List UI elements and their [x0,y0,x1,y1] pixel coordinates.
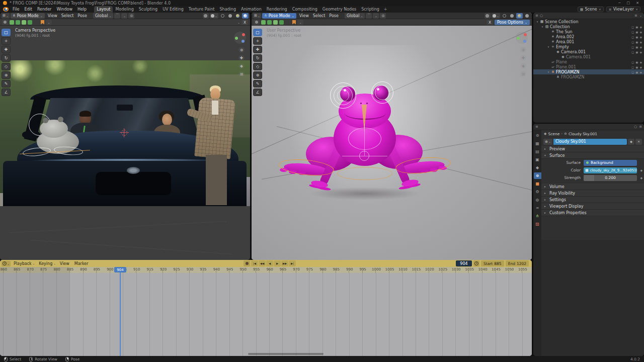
hide-in-viewport-eye-icon[interactable]: ◉ [635,25,638,29]
settings-panel-header[interactable]: ▸ Settings [541,197,644,203]
search-icon[interactable]: ○ [634,125,637,129]
show-overlays-toggle[interactable]: ⌄ [492,13,500,19]
auto-keyframe-toggle[interactable] [244,260,250,266]
transform-orientation-dropdown[interactable]: Global⌄ [345,13,365,19]
pose-menu[interactable]: Pose [327,14,341,18]
keying-set-icon[interactable] [41,20,44,25]
expand-caret-icon[interactable]: ▾ [546,45,550,48]
tab-sculpting[interactable]: Sculpting [136,6,160,13]
tab-texture[interactable]: ▨ [534,221,541,227]
jump-to-prev-keyframe-button[interactable]: ◀◀ [259,260,266,266]
tab-geometry-nodes[interactable]: Geometry Nodes [320,6,359,13]
tool-transform[interactable]: ⊕ [2,71,11,79]
expand-caret-icon[interactable]: ▾ [540,25,544,28]
add-workspace-button[interactable]: + [382,6,389,13]
play-button[interactable]: ▶ [274,260,281,266]
tool-cursor[interactable]: + [253,37,262,45]
keying-option-icon[interactable] [16,20,20,25]
hide-in-viewport-eye-icon[interactable]: ◉ [635,45,638,49]
camera-view-icon[interactable]: ◈ [238,63,245,69]
tool-measure[interactable]: ∠ [2,88,11,96]
jump-to-end-button[interactable]: ▶| [289,260,296,266]
edit-menu[interactable]: Edit [22,6,35,13]
tab-scene[interactable]: ◆ [534,164,541,171]
viewport-canvas-camera[interactable]: Camera Perspective (904) fg.001 : root □… [0,26,250,260]
jump-to-next-keyframe-button[interactable]: ▶▶ [281,260,288,266]
proportional-editing-toggle[interactable]: ◎ [128,13,134,19]
jump-to-start-button[interactable]: |◀ [251,260,258,266]
tab-shading[interactable]: Shading [217,6,238,13]
fake-user-button[interactable]: ◆ [628,139,634,145]
proportional-editing-toggle[interactable]: ◎ [380,13,386,19]
viewport-display-panel-header[interactable]: ▸ Viewport Display [541,203,644,210]
disable-in-render-camera-icon[interactable]: ◈ [639,25,642,29]
animate-decorator-icon[interactable]: ◆ [640,168,642,172]
expand-caret-icon[interactable]: ▾ [535,20,539,23]
checkbox-icon[interactable]: ◻ [631,40,634,44]
tool-annotate[interactable]: ✎ [2,80,11,87]
playback-menu[interactable]: Playback⌄ [12,261,37,266]
tab-object-data[interactable]: ⋔ [534,213,541,219]
checkbox-icon[interactable]: ◻ [631,65,634,69]
view-layer-selector[interactable]: ≡ ViewLayer ✕ [606,7,640,12]
surface-panel-header[interactable]: ▾ Surface [541,152,644,159]
camera-view-icon[interactable]: ◈ [520,63,526,69]
keying-option-icon[interactable] [261,20,266,25]
tab-texture-paint[interactable]: Texture Paint [186,6,217,13]
use-preview-range-toggle[interactable] [473,260,479,266]
tool-scale[interactable]: ◇ [253,63,262,70]
tool-transform[interactable]: ⊕ [253,71,262,79]
select-menu[interactable]: Select [59,14,76,18]
strength-slider[interactable]: 0.200 [584,175,637,181]
breadcrumb-world[interactable]: Cloudy Sky.001 [569,132,597,136]
world-name-field[interactable]: Cloudy Sky.001 [553,139,627,145]
close-button[interactable]: ✕ [636,1,639,5]
tool-move[interactable]: ✚ [253,46,262,53]
shading-rendered-button[interactable] [524,13,530,19]
tab-compositing[interactable]: Compositing [290,6,320,13]
tab-rendering[interactable]: Rendering [264,6,290,13]
unlink-view-layer-icon[interactable]: ✕ [635,8,638,11]
tab-physics[interactable]: ◍ [534,197,541,203]
current-frame-field[interactable]: 904 [456,260,472,266]
tool-cursor[interactable]: + [2,37,11,45]
scene-selector[interactable]: ▦ Scene ✕ [578,7,604,12]
tab-world[interactable]: ⊕ [534,172,541,179]
mirror-x-toggle[interactable]: X [242,20,248,25]
row-camera-001-data[interactable]: ◈ Camera.001 ◻ ◉ ◈ [533,54,644,59]
view-menu[interactable]: View [297,14,311,18]
tool-scale[interactable]: ◇ [2,63,11,70]
maximize-button[interactable]: □ [627,1,630,5]
viewport-canvas-user[interactable]: User Perspective (904) fg.001 : root □+✚… [252,26,532,260]
marker-menu[interactable]: Marker [72,261,92,266]
perspective-toggle-icon[interactable]: ⊞ [238,71,245,77]
browse-world-button[interactable]: ⊕ ⌄ [543,139,552,145]
shading-solid-button[interactable] [509,13,515,19]
checkbox-icon[interactable]: ◻ [631,50,634,54]
snap-toggle[interactable]: ⌒ [114,13,120,19]
tab-view-layer[interactable]: ▣ [534,156,541,163]
tab-modeling[interactable]: Modeling [113,6,136,13]
play-reverse-button[interactable]: ◀ [266,260,273,266]
editor-type-button[interactable]: ≡ [535,14,538,18]
tool-select-box[interactable]: □ [253,29,262,36]
tab-output[interactable]: ▤ [534,148,541,155]
navigation-gizmo[interactable] [234,32,246,44]
disable-in-render-camera-icon[interactable]: ◈ [639,40,642,44]
keying-option-icon[interactable] [273,20,278,25]
environment-texture-field[interactable]: ▦ cloudy_sky_2K_9...92e051b30d.exr [584,167,637,173]
active-tool-icon[interactable] [254,20,260,25]
show-gizmo-toggle[interactable] [203,13,209,19]
breadcrumb-scene[interactable]: Scene [548,132,559,136]
mode-dropdown[interactable]: ⋔ Pose Mode ⌄ [262,13,296,19]
disable-in-render-camera-icon[interactable]: ◈ [639,35,642,39]
shading-wireframe-button[interactable] [219,13,226,19]
hide-in-viewport-eye-icon[interactable]: ◉ [635,70,638,74]
tab-layout[interactable]: Layout [94,6,113,13]
checkbox-icon[interactable]: ◻ [631,30,634,34]
row-the-sun[interactable]: ☀ The Sun ◻ ◉ ◈ [533,29,644,34]
blender-menu-logo[interactable] [3,7,9,12]
disable-in-render-camera-icon[interactable]: ◈ [639,70,642,74]
active-tool-icon[interactable] [2,20,8,25]
horizontal-scrollbar[interactable] [248,353,324,355]
